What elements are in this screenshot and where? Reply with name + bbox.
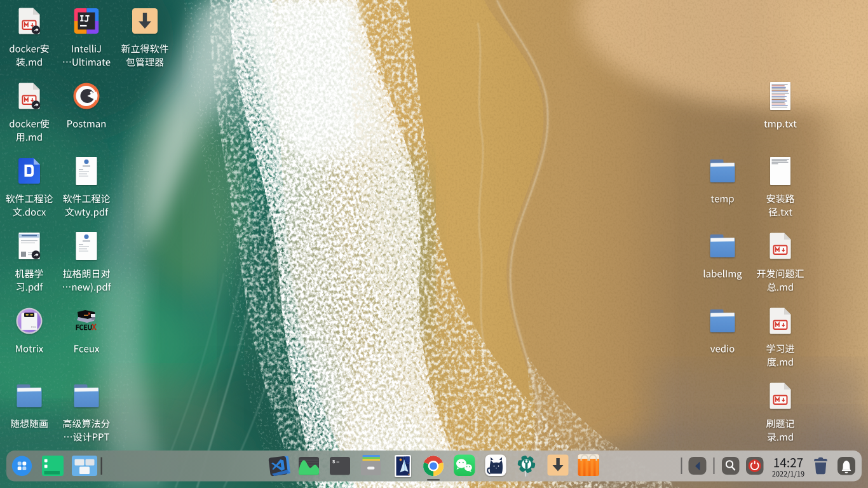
svg-text:$: $ — [332, 459, 336, 464]
